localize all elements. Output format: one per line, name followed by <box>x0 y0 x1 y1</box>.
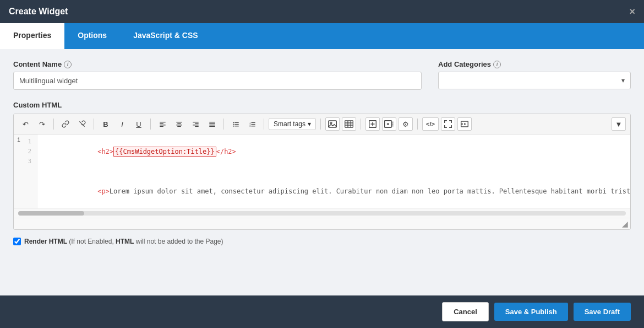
scrollbar-track <box>18 211 626 216</box>
bold-button[interactable]: B <box>99 117 113 131</box>
code-line-3: <p>Lorem ipsum dolor sit amet, consectet… <box>42 176 626 206</box>
tab-js-css[interactable]: JavaScript & CSS <box>120 23 211 49</box>
save-publish-button[interactable]: Save & Publish <box>494 303 568 321</box>
scrollbar-thumb <box>18 211 84 216</box>
svg-rect-12 <box>195 126 199 126</box>
undo-button[interactable]: ↶ <box>18 117 32 131</box>
svg-rect-9 <box>193 121 198 122</box>
svg-rect-1 <box>160 121 165 122</box>
ordered-list-button[interactable]: 1.2.3. <box>245 117 259 131</box>
resize-handle[interactable]: ◢ <box>14 218 630 229</box>
add-categories-group: Add Categories i ▾ <box>438 60 631 90</box>
render-html-row: Render HTML (If not Enabled, HTML will n… <box>13 230 631 249</box>
svg-line-0 <box>79 121 84 126</box>
svg-rect-11 <box>193 125 198 125</box>
content-name-input[interactable] <box>13 72 422 90</box>
svg-rect-18 <box>234 122 238 122</box>
custom-html-label: Custom HTML <box>13 101 631 109</box>
svg-rect-7 <box>176 125 182 125</box>
underline-button[interactable]: U <box>132 117 146 131</box>
svg-rect-14 <box>209 123 215 123</box>
svg-rect-15 <box>209 125 215 125</box>
svg-rect-10 <box>195 123 199 123</box>
link-button[interactable] <box>58 117 73 131</box>
add-categories-info-icon: i <box>493 61 501 68</box>
code-content[interactable]: <h2>{{CmsWidgetOption:Title}}</h2> <p>Lo… <box>37 135 630 208</box>
render-html-note: (If not Enabled, HTML will not be added … <box>69 238 223 245</box>
fullscreen-button[interactable] <box>441 117 455 131</box>
svg-rect-6 <box>177 123 181 123</box>
tab-options[interactable]: Options <box>64 23 120 49</box>
svg-rect-28 <box>251 126 255 126</box>
render-html-checkbox[interactable] <box>13 238 21 245</box>
line-gutter-3: 3 <box>14 157 37 166</box>
line-numbers: i 1 2 3 <box>14 135 37 208</box>
svg-rect-13 <box>209 121 215 122</box>
unordered-list-button[interactable] <box>228 117 243 131</box>
svg-point-17 <box>233 122 234 123</box>
unlink-button[interactable] <box>75 117 89 131</box>
render-html-strong: Render HTML <box>24 238 67 245</box>
cancel-button[interactable]: Cancel <box>442 302 489 321</box>
more-options-button[interactable]: ▼ <box>612 117 626 131</box>
add-row-button[interactable] <box>382 117 396 131</box>
content-name-info-icon: i <box>64 61 72 68</box>
dialog-body: Content Name i Add Categories i ▾ Custom… <box>0 49 644 295</box>
smart-tags-dropdown[interactable]: Smart tags ▾ <box>269 118 316 130</box>
svg-rect-20 <box>234 123 238 124</box>
embed-button[interactable] <box>457 117 472 131</box>
svg-rect-3 <box>160 125 165 125</box>
svg-rect-16 <box>209 126 215 126</box>
chevron-down-icon: ▾ <box>621 77 625 84</box>
toolbar-sep-5 <box>264 119 264 130</box>
svg-rect-26 <box>251 123 255 124</box>
editor-toolbar: ↶ ↷ B I U <box>14 114 630 135</box>
code-line-2 <box>42 166 626 176</box>
svg-rect-24 <box>251 122 255 122</box>
render-html-label: Render HTML (If not Enabled, HTML will n… <box>24 238 223 245</box>
align-center-button[interactable] <box>172 117 186 131</box>
align-left-button[interactable] <box>155 117 170 131</box>
toolbar-sep-7 <box>361 119 361 130</box>
tab-properties[interactable]: Properties <box>0 23 64 49</box>
resize-icon: ◢ <box>622 219 628 228</box>
close-icon[interactable]: × <box>629 7 635 17</box>
top-form-row: Content Name i Add Categories i ▾ <box>13 60 631 90</box>
svg-rect-4 <box>160 126 163 126</box>
italic-button[interactable]: I <box>115 117 129 131</box>
svg-text:3.: 3. <box>249 125 251 127</box>
svg-rect-2 <box>160 123 163 123</box>
image-button[interactable] <box>325 117 340 131</box>
redo-button[interactable]: ↷ <box>35 117 49 131</box>
create-widget-dialog: Create Widget × Properties Options JavaS… <box>0 0 644 328</box>
code-editor-area: i 1 2 3 <h2>{ <box>14 135 630 208</box>
add-column-button[interactable] <box>365 117 380 131</box>
dialog-title: Create Widget <box>9 7 68 17</box>
smart-tags-chevron-icon: ▾ <box>308 120 311 128</box>
save-draft-button[interactable]: Save Draft <box>574 303 631 321</box>
add-categories-select[interactable]: ▾ <box>438 72 631 89</box>
svg-point-30 <box>330 122 332 123</box>
code-line-1: <h2>{{CmsWidgetOption:Title}}</h2> <box>42 137 626 166</box>
add-categories-label: Add Categories i <box>438 60 631 68</box>
custom-html-section: Custom HTML ↶ ↷ B I U <box>13 101 631 249</box>
toolbar-sep-2 <box>94 119 94 130</box>
line-gutter-2: 2 <box>14 147 37 157</box>
svg-rect-31 <box>345 121 353 127</box>
toolbar-sep-1 <box>53 119 54 130</box>
svg-point-19 <box>233 123 234 125</box>
table-settings-button[interactable]: ⚙ <box>399 117 413 131</box>
align-right-button[interactable] <box>188 117 203 131</box>
toolbar-sep-8 <box>417 119 418 130</box>
toolbar-sep-6 <box>320 119 321 130</box>
source-code-button[interactable]: </> <box>422 117 439 131</box>
svg-point-21 <box>233 125 234 126</box>
tab-bar: Properties Options JavaScript & CSS <box>0 23 644 49</box>
table-button[interactable] <box>342 117 356 131</box>
align-justify-button[interactable] <box>205 117 219 131</box>
svg-rect-8 <box>177 126 181 126</box>
horizontal-scrollbar[interactable] <box>14 208 630 218</box>
dialog-footer: Cancel Save & Publish Save Draft <box>0 295 644 328</box>
toolbar-sep-4 <box>223 119 224 130</box>
smart-tags-label: Smart tags <box>274 120 305 128</box>
